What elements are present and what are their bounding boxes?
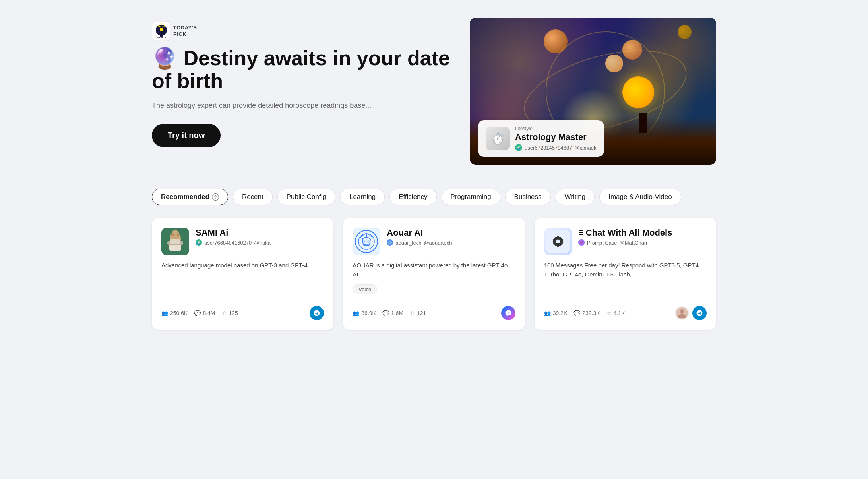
sami-telegram-button[interactable] (310, 306, 324, 320)
aouar-stars-icon: ☆ (410, 310, 415, 316)
chat-stat-messages: 💬 232.3K (574, 310, 600, 316)
svg-point-16 (367, 240, 370, 243)
tab-programming[interactable]: Programming (442, 189, 500, 205)
agent-card-aouar-ai[interactable]: Aouar AI 🔗 aouar_tech @aouartech AOUAR i… (343, 218, 525, 330)
try-it-now-button[interactable]: Try it now (152, 124, 221, 147)
chat-telegram-button[interactable] (692, 306, 707, 320)
agents-grid: SAMI Ai 🌍 user7668484160270 @Tuka Advanc… (152, 218, 716, 330)
chat-card-footer: 👥 39.2K 💬 232.3K ☆ 4.1K (544, 300, 707, 320)
svg-point-26 (680, 309, 684, 314)
tab-image-audio-video[interactable]: Image & Audio-Video (599, 189, 681, 205)
hero-content: TODAY'S TODAY'S PICK 🔮 Destiny awaits in… (152, 18, 454, 147)
badge-logo-icon: TODAY'S (152, 21, 171, 41)
chat-action-area (675, 306, 707, 320)
sami-stat-stars: ☆ 125 (222, 310, 238, 316)
sami-user-id: user7668484160270 (204, 240, 252, 246)
chat-card-name: ⠿Chat With All Models (578, 228, 707, 238)
sami-description: Advanced language model based on GPT-3 a… (161, 261, 324, 294)
messenger-icon-svg (505, 310, 512, 317)
chat-stat-users: 👥 39.2K (544, 310, 568, 316)
voice-tag: Voice (353, 284, 377, 294)
planet-4-decoration (678, 25, 692, 39)
agent-card-chat-models[interactable]: ⠿Chat With All Models 💜 Prompt Case @Mat… (535, 218, 716, 330)
sami-users-count: 250.6K (170, 310, 188, 316)
chat-user-dot: 💜 (578, 240, 585, 246)
chat-card-title-area: ⠿Chat With All Models 💜 Prompt Case @Mat… (578, 228, 707, 246)
messages-icon: 💬 (194, 310, 201, 316)
sami-stars-count: 125 (229, 310, 238, 316)
astrology-master-icon: ⏱️ (486, 127, 510, 150)
tab-business[interactable]: Business (505, 189, 551, 205)
hero-card-user-id: user6723145794687 (525, 145, 572, 151)
chat-user-avatar-button[interactable] (675, 306, 689, 320)
aouar-stat-users: 👥 36.9K (353, 310, 376, 316)
chat-messages-icon: 💬 (574, 310, 580, 316)
sami-stat-users: 👥 250.6K (161, 310, 188, 316)
aouar-card-title-area: Aouar AI 🔗 aouar_tech @aouartech (387, 228, 515, 246)
sami-stat-messages: 💬 8.4M (194, 310, 215, 316)
aouar-messenger-button[interactable] (501, 306, 515, 320)
chat-users-icon: 👥 (544, 310, 551, 316)
sami-card-title-area: SAMI Ai 🌍 user7668484160270 @Tuka (196, 228, 324, 246)
todays-pick-badge: TODAY'S TODAY'S PICK (152, 21, 454, 41)
sami-card-user-info: 🌍 user7668484160270 @Tuka (196, 240, 324, 246)
svg-text:TODAY'S: TODAY'S (157, 36, 166, 39)
tab-writing[interactable]: Writing (556, 189, 595, 205)
chat-models-avatar-svg (546, 230, 570, 253)
chat-description: 100 Messages Free per day! Respond with … (544, 261, 707, 294)
sami-avatar-svg (161, 228, 189, 255)
aouar-messages-count: 1.6M (391, 310, 403, 316)
hero-image[interactable]: ⏱️ Lifestyle Astrology Master 🌍 user6723… (470, 18, 716, 165)
aouar-card-user-info: 🔗 aouar_tech @aouartech (387, 240, 515, 246)
tab-efficiency[interactable]: Efficiency (389, 189, 436, 205)
hero-card-user: 🌍 user6723145794687 @iamadk (515, 144, 596, 151)
svg-rect-12 (170, 240, 180, 244)
hero-card-name: Astrology Master (515, 132, 596, 142)
hero-card-user-handle: @iamadk (574, 145, 596, 151)
chat-user-id: Prompt Case (587, 240, 617, 246)
svg-point-11 (177, 233, 179, 236)
svg-rect-18 (546, 230, 570, 253)
aouar-avatar-svg (355, 230, 378, 253)
hero-section: TODAY'S TODAY'S PICK 🔮 Destiny awaits in… (152, 10, 716, 173)
chat-user-handle: @MattChan (620, 240, 647, 246)
aouar-card-footer: 👥 36.9K 💬 1.6M ☆ 121 (353, 300, 515, 320)
tab-recommended[interactable]: Recommended ? (152, 189, 228, 205)
hero-card-user-avatar: 🌍 (515, 144, 522, 151)
sami-user-dot: 🌍 (196, 240, 202, 246)
chat-card-user-info: 💜 Prompt Case @MattChan (578, 240, 707, 246)
aouar-description: AOUAR is a digital assistant powered by … (353, 261, 515, 279)
badge-text: TODAY'S PICK (173, 25, 197, 37)
chat-avatar (544, 228, 572, 255)
aouar-messages-icon: 💬 (382, 310, 389, 316)
tab-recent[interactable]: Recent (233, 189, 273, 205)
telegram-icon (313, 310, 320, 317)
hero-card-overlay[interactable]: ⏱️ Lifestyle Astrology Master 🌍 user6723… (478, 120, 604, 157)
svg-point-10 (171, 233, 174, 236)
chat-stats: 👥 39.2K 💬 232.3K ☆ 4.1K (544, 310, 625, 316)
sami-stats: 👥 250.6K 💬 8.4M ☆ 125 (161, 310, 238, 316)
recommended-help-icon[interactable]: ? (212, 193, 219, 201)
agent-card-sami-ai[interactable]: SAMI Ai 🌍 user7668484160270 @Tuka Advanc… (152, 218, 333, 330)
tab-learning[interactable]: Learning (340, 189, 385, 205)
aouar-stat-stars: ☆ 121 (410, 310, 426, 316)
tab-public-config[interactable]: Public Config (277, 189, 335, 205)
aouar-user-dot: 🔗 (387, 240, 393, 246)
chat-user-avatar-svg (676, 307, 688, 319)
hero-card-category: Lifestyle (515, 126, 596, 131)
sami-card-footer: 👥 250.6K 💬 8.4M ☆ 125 (161, 300, 324, 320)
hero-card-info: Lifestyle Astrology Master 🌍 user6723145… (515, 126, 596, 151)
aouar-user-id: aouar_tech (395, 240, 421, 246)
chat-stars-count: 4.1K (614, 310, 625, 316)
svg-point-2 (159, 26, 161, 27)
page-wrapper: TODAY'S TODAY'S PICK 🔮 Destiny awaits in… (136, 0, 732, 339)
sami-card-header: SAMI Ai 🌍 user7668484160270 @Tuka (161, 228, 324, 255)
sami-user-handle: @Tuka (254, 240, 271, 246)
aouar-users-count: 36.9K (361, 310, 376, 316)
hero-title: 🔮 Destiny awaits in your date of birth (152, 47, 454, 92)
users-icon: 👥 (161, 310, 168, 316)
aouar-card-header: Aouar AI 🔗 aouar_tech @aouartech (353, 228, 515, 255)
chat-models-dots-icon: ⠿ (578, 229, 583, 237)
chat-telegram-icon (696, 310, 703, 317)
aouar-user-handle: @aouartech (424, 240, 452, 246)
